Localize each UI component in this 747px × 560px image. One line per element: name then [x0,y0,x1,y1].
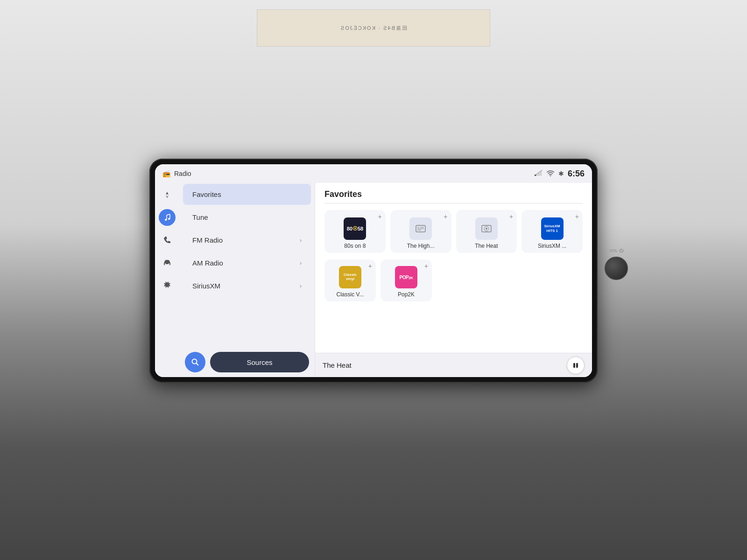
search-button[interactable] [185,352,205,372]
station-icon-classic-vinyl: Classicvinyl [339,266,361,288]
svg-point-12 [169,264,170,265]
sidebar-nav-button[interactable] [159,187,176,203]
svg-rect-1 [535,175,536,176]
menu-item-fm-radio[interactable]: FM Radio › [183,230,311,251]
svg-rect-2 [536,173,538,176]
fav-card-the-heat-label: The Heat [475,243,498,249]
add-icon-the-heat: + [509,213,513,220]
menu-item-am-radio-label: AM Radio [192,259,223,267]
sidebar-settings-button[interactable] [159,276,176,293]
add-icon-siriusxm: + [575,213,579,220]
add-icon-classic-vinyl: + [368,262,372,270]
station-icon-80s8: 80⦿58 [344,217,366,240]
station-icon-the-heat [475,217,498,240]
favorites-section-title: Favorites [315,183,592,203]
now-playing-bar: The Heat [315,353,592,377]
svg-point-14 [192,359,197,364]
menu-item-tune[interactable]: Tune [183,207,311,228]
fav-card-classic-vinyl-label: Classic V... [337,291,364,298]
station-icon-the-high [409,217,432,240]
pop2k-logo: POP2K [395,266,417,288]
menu-item-favorites[interactable]: Favorites [183,184,311,205]
am-radio-chevron: › [300,260,302,266]
fav-card-pop2k-label: Pop2K [398,291,415,298]
fav-card-the-high[interactable]: + The High... [390,210,451,253]
sources-button[interactable]: Sources [210,352,309,372]
signal-off-icon [534,170,543,178]
wall-paper: 田泉B4S · KOKCÉJOS [257,9,490,47]
power-icon: ⏻ [619,248,623,253]
menu-item-fm-radio-label: FM Radio [192,236,223,244]
the-heat-logo [475,217,498,240]
fav-card-the-heat[interactable]: + [456,210,517,253]
menu-item-favorites-label: Favorites [192,190,221,198]
right-panel: Favorites + 80⦿58 80s on 8 [315,183,592,377]
fav-card-80s8[interactable]: + 80⦿58 80s on 8 [324,210,386,253]
top-bar-left: 📻 Radio [162,170,191,177]
paper-text: 田泉B4S · KOKCÉJOS [340,25,407,32]
radio-icon: 📻 [162,170,170,177]
sidebar-car-button[interactable] [159,254,176,271]
menu-item-siriusxm[interactable]: SiriusXM › [183,275,311,296]
bluetooth-icon: ✱ [558,170,564,177]
favorites-grid-row1: + 80⦿58 80s on 8 + [315,203,592,259]
vol-control-area: VOL ⏻ [605,248,628,280]
left-menu: Favorites Tune FM Radio › AM Radio › Sir [179,183,315,377]
menu-item-tune-label: Tune [192,213,208,221]
menu-item-am-radio[interactable]: AM Radio › [183,252,311,273]
sidebar-phone-button[interactable] [159,231,176,248]
top-bar: 📻 Radio [155,164,592,183]
svg-point-5 [550,175,551,176]
80s8-logo: 80⦿58 [344,217,366,240]
svg-point-21 [486,228,487,230]
station-icon-siriusxm: SiriusXMHITS 1 [541,217,564,240]
the-high-logo [409,217,432,240]
add-icon-the-high: + [444,213,447,220]
fav-card-80s8-label: 80s on 8 [344,243,366,249]
favorites-grid-row2: + Classicvinyl Classic V... + [315,259,592,306]
volume-knob[interactable] [605,257,628,280]
vol-label: VOL ⏻ [609,248,623,253]
svg-rect-23 [576,363,578,368]
now-playing-title: The Heat [323,361,352,369]
car-background: 田泉B4S · KOKCÉJOS 📻 Radio [0,0,747,560]
screen-bezel: 📻 Radio [149,159,598,383]
fav-card-siriusxm-label: SiriusXM ... [538,243,566,249]
main-area: Favorites Tune FM Radio › AM Radio › Sir [155,183,592,377]
top-bar-right: ✱ 6:56 [534,169,585,179]
fav-card-pop2k[interactable]: + POP2K Pop2K [381,259,432,301]
classic-vinyl-logo: Classicvinyl [339,266,361,288]
svg-rect-22 [573,363,575,368]
svg-rect-3 [538,172,540,176]
svg-line-15 [197,364,199,366]
fav-card-the-high-label: The High... [407,243,435,249]
fm-radio-chevron: › [300,237,302,244]
station-icon-pop2k: POP2K [395,266,417,288]
sidebar-icons [155,183,179,377]
siriusxm-logo: SiriusXMHITS 1 [541,217,564,240]
fav-card-siriusxm[interactable]: + SiriusXMHITS 1 SiriusXM ... [521,210,583,253]
screen: 📻 Radio [155,164,592,377]
siriusxm-chevron: › [300,283,302,289]
svg-line-10 [167,214,170,215]
svg-rect-4 [540,170,542,176]
menu-item-siriusxm-label: SiriusXM [192,282,220,290]
clock-display: 6:56 [568,169,585,179]
wifi-icon [546,170,555,178]
left-bottom-bar: Sources [179,347,315,377]
pause-button[interactable] [567,357,585,374]
radio-label: Radio [174,170,191,177]
add-icon-80s8: + [378,213,382,220]
fav-card-classic-vinyl[interactable]: + Classicvinyl Classic V... [324,259,376,301]
svg-point-11 [165,264,166,265]
add-icon-pop2k: + [424,262,428,270]
sidebar-music-button[interactable] [159,209,176,226]
